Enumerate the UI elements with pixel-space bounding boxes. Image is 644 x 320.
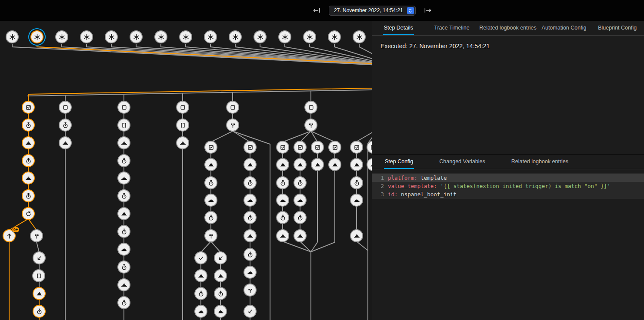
service-node[interactable]: [311, 158, 324, 171]
repeat-node[interactable]: [22, 207, 35, 220]
condition-node[interactable]: [328, 141, 341, 154]
service-node[interactable]: [214, 269, 227, 282]
action-node[interactable]: [226, 101, 239, 114]
delay-node[interactable]: [117, 154, 130, 167]
trigger-node[interactable]: [204, 30, 217, 43]
service-node[interactable]: [117, 207, 130, 220]
condition-node[interactable]: [294, 141, 307, 154]
trigger-node[interactable]: [55, 30, 68, 43]
service-node[interactable]: [204, 158, 217, 171]
service-node[interactable]: [276, 158, 289, 171]
delay-node[interactable]: [244, 176, 257, 189]
service-node[interactable]: [276, 194, 289, 207]
service-node[interactable]: [204, 194, 217, 207]
trigger-node[interactable]: [229, 30, 242, 43]
trigger-node[interactable]: [130, 30, 143, 43]
trigger-node[interactable]: [154, 30, 167, 43]
delay-node[interactable]: [350, 176, 363, 189]
service-node[interactable]: [350, 158, 363, 171]
delay-node[interactable]: [204, 211, 217, 224]
service-node[interactable]: [214, 305, 227, 318]
service-node[interactable]: [328, 158, 341, 171]
delay-node[interactable]: [22, 189, 35, 202]
split-node[interactable]: [244, 284, 257, 297]
split-node[interactable]: [30, 229, 43, 242]
action-node[interactable]: [59, 101, 72, 114]
trace-select[interactable]: 27. November 2022, 14:54:21: [329, 6, 416, 16]
delay-node[interactable]: [276, 211, 289, 224]
delay-node[interactable]: [194, 287, 207, 300]
service-node[interactable]: [194, 305, 207, 318]
delay-node[interactable]: [117, 261, 130, 274]
trigger-node[interactable]: [30, 30, 43, 43]
service-node[interactable]: [33, 287, 46, 300]
service-node[interactable]: [244, 194, 257, 207]
delay-node[interactable]: [294, 176, 307, 189]
template-node[interactable]: [117, 119, 130, 132]
condition-node[interactable]: [22, 101, 35, 114]
trigger-node[interactable]: [105, 30, 118, 43]
service-node[interactable]: [117, 243, 130, 256]
service-node[interactable]: [22, 172, 35, 185]
service-node[interactable]: [194, 269, 207, 282]
condition-node[interactable]: [276, 141, 289, 154]
service-node[interactable]: [276, 229, 289, 242]
tab-step-config[interactable]: Step Config: [372, 155, 426, 169]
tab-related-logbook-entries[interactable]: Related logbook entries: [498, 155, 581, 169]
delay-node[interactable]: [204, 176, 217, 189]
trigger-node[interactable]: [328, 30, 341, 43]
service-node[interactable]: [117, 278, 130, 291]
trigger-node[interactable]: [80, 30, 93, 43]
tab-changed-variables[interactable]: Changed Variables: [426, 155, 498, 169]
delay-node[interactable]: [244, 248, 257, 261]
delay-node[interactable]: [59, 119, 72, 132]
choose-node[interactable]: [226, 119, 239, 132]
service-node[interactable]: [350, 194, 363, 207]
enter-node[interactable]: [33, 251, 46, 264]
check-node[interactable]: [194, 251, 207, 264]
delay-node[interactable]: [117, 225, 130, 238]
trigger-node[interactable]: [179, 30, 192, 43]
delay-node[interactable]: [22, 119, 35, 132]
delay-node[interactable]: [22, 154, 35, 167]
delay-node[interactable]: [117, 189, 130, 202]
trigger-node[interactable]: [6, 30, 19, 43]
action-node[interactable]: [304, 101, 317, 114]
next-trace-button[interactable]: [423, 5, 433, 16]
condition-node[interactable]: [244, 141, 257, 154]
tab-trace-timeline[interactable]: Trace Timeline: [425, 21, 479, 35]
condition-node[interactable]: [311, 141, 324, 154]
choose-node[interactable]: [304, 119, 317, 132]
trigger-node[interactable]: [303, 30, 316, 43]
delay-node[interactable]: [276, 176, 289, 189]
condition-node[interactable]: [350, 141, 363, 154]
split-node[interactable]: [204, 229, 217, 242]
delay-node[interactable]: [294, 211, 307, 224]
trigger-node[interactable]: [254, 30, 267, 43]
enter-node[interactable]: [214, 251, 227, 264]
service-node[interactable]: [294, 158, 307, 171]
trigger-node[interactable]: [278, 30, 291, 43]
service-node[interactable]: [117, 172, 130, 185]
template-node[interactable]: [32, 269, 45, 282]
delay-node[interactable]: [244, 211, 257, 224]
delay-node[interactable]: [214, 287, 227, 300]
template-node[interactable]: [176, 119, 189, 132]
tab-related-logbook-entries[interactable]: Related logbook entries: [478, 21, 537, 35]
service-node[interactable]: [59, 136, 72, 149]
service-node[interactable]: [294, 194, 307, 207]
action-node[interactable]: [117, 101, 130, 114]
service-node[interactable]: [350, 229, 363, 242]
service-node[interactable]: [244, 158, 257, 171]
service-node[interactable]: [244, 266, 257, 279]
service-node[interactable]: [244, 229, 257, 242]
delay-node[interactable]: [117, 296, 130, 309]
tab-automation-config[interactable]: Automation Config: [537, 21, 591, 35]
service-node[interactable]: [176, 136, 189, 149]
condition-node[interactable]: [204, 141, 217, 154]
previous-trace-button[interactable]: [311, 5, 322, 16]
action-node[interactable]: [176, 101, 189, 114]
service-node[interactable]: [294, 229, 307, 242]
service-node[interactable]: [117, 136, 130, 149]
tab-step-details[interactable]: Step Details: [372, 21, 425, 35]
